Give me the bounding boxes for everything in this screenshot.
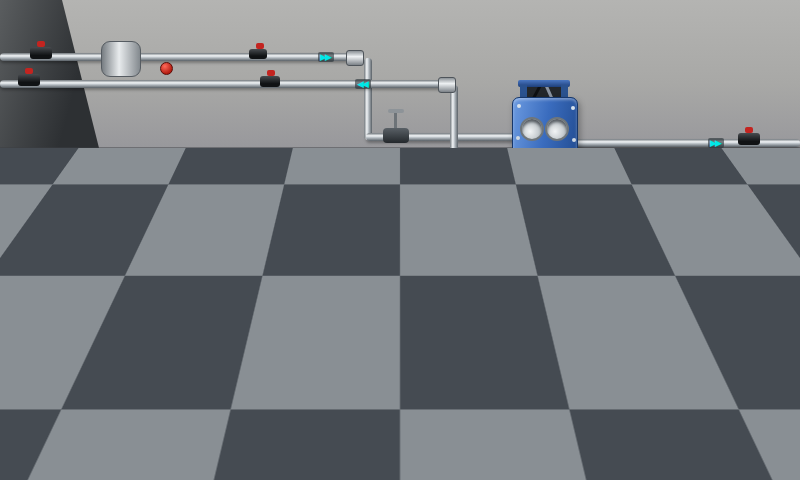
pump-indicator bbox=[256, 328, 267, 346]
primary-supply-drop-pipe bbox=[364, 58, 372, 140]
pump-volute bbox=[231, 418, 271, 438]
circulation-pump-1[interactable] bbox=[415, 200, 479, 292]
flow-arrow-left-icon: ◀◀ bbox=[729, 295, 745, 305]
secondary-return-valve[interactable] bbox=[776, 288, 798, 300]
pump-volute bbox=[426, 250, 468, 272]
hx-mount-pad bbox=[554, 217, 609, 231]
hmi-heat-exchange-station-screen: ▶▶ ◀◀ ▶▶ ◀◀ ◀◀ ◀◀ ▶▶ bbox=[0, 0, 800, 480]
flow-arrow-right-icon: ▶▶ bbox=[708, 138, 724, 148]
circulation-pump-2[interactable] bbox=[485, 196, 549, 288]
ball-valve[interactable] bbox=[18, 74, 40, 86]
pipe-flange bbox=[536, 326, 554, 342]
secondary-supply-pipe bbox=[560, 139, 800, 147]
hx-bottom-port bbox=[546, 185, 567, 206]
hx-inlet-port bbox=[520, 117, 544, 141]
tank-fill-pipe bbox=[148, 329, 540, 337]
hx-bottom-port bbox=[521, 185, 542, 206]
pump-motor bbox=[434, 204, 460, 236]
pump-volute bbox=[496, 244, 538, 266]
makeup-pump-2[interactable] bbox=[222, 374, 282, 462]
pipe-flange bbox=[438, 77, 456, 93]
secondary-return-pipe bbox=[146, 296, 800, 304]
flow-arrow-left-icon: ◀◀ bbox=[516, 328, 532, 338]
pipe-flange bbox=[600, 385, 618, 401]
hx-outlet-port bbox=[545, 117, 569, 141]
ball-valve[interactable] bbox=[249, 49, 267, 59]
control-valve[interactable] bbox=[383, 128, 409, 143]
primary-return-pipe bbox=[0, 80, 444, 88]
ball-valve[interactable] bbox=[260, 76, 280, 87]
tank-shadow bbox=[0, 424, 190, 454]
hx-bolts bbox=[517, 104, 521, 108]
ball-valve[interactable] bbox=[30, 47, 52, 59]
flow-arrow-right-icon: ▶▶ bbox=[318, 52, 334, 62]
wall-floor-edge bbox=[0, 147, 800, 149]
flow-arrow-right-icon: ▶▶ bbox=[574, 387, 590, 397]
primary-supply-pipe bbox=[0, 53, 352, 61]
hx-face-mark bbox=[539, 152, 550, 160]
pump-indicator bbox=[442, 212, 453, 230]
tank-outlet-pipe bbox=[138, 387, 202, 395]
pump-indicator bbox=[246, 387, 257, 405]
pump-volute bbox=[241, 356, 281, 376]
secondary-supply-valve[interactable] bbox=[738, 133, 760, 145]
pump-motor bbox=[248, 320, 273, 351]
makeup-riser-pipe bbox=[609, 302, 612, 390]
pipe-flange bbox=[346, 50, 364, 66]
makeup-pipe bbox=[326, 388, 606, 396]
pump-motor bbox=[238, 379, 263, 411]
pump-indicator bbox=[512, 206, 523, 224]
drain-valve[interactable] bbox=[160, 62, 173, 75]
tank-branch-valve[interactable] bbox=[540, 310, 553, 323]
strainer[interactable] bbox=[101, 41, 141, 77]
control-valve-handle bbox=[388, 109, 404, 113]
return-strainer[interactable] bbox=[756, 293, 776, 325]
flow-arrow-left-icon: ◀◀ bbox=[489, 295, 505, 305]
flow-arrow-left-icon: ◀◀ bbox=[355, 79, 371, 89]
